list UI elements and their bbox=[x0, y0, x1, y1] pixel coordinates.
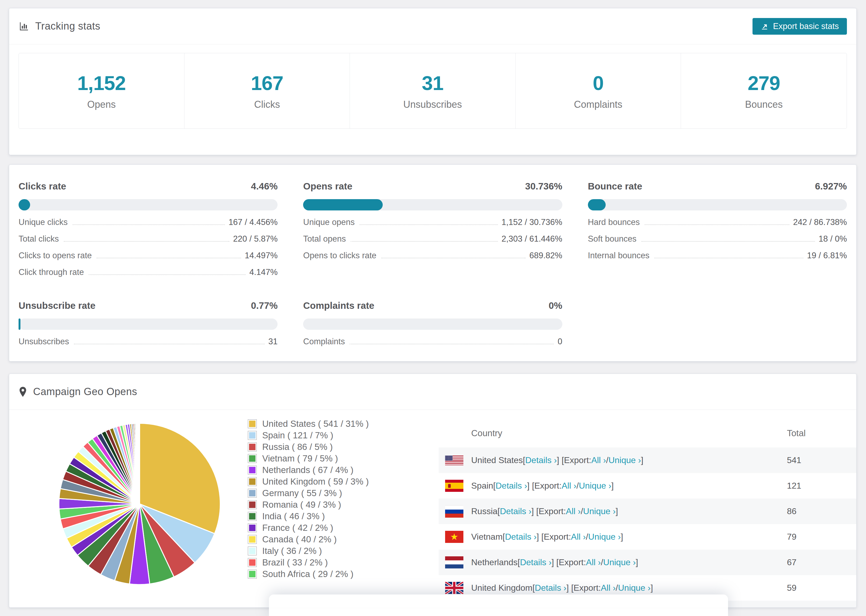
legend-item-russia[interactable]: Russia ( 86 / 5% ) bbox=[248, 441, 369, 453]
rate-block-opens: Opens rate30.736%Unique opens1,152 / 30.… bbox=[303, 171, 562, 277]
legend-swatch bbox=[248, 477, 257, 486]
legend-label: Germany ( 55 / 3% ) bbox=[262, 488, 342, 498]
legend-item-france[interactable]: France ( 42 / 2% ) bbox=[248, 522, 369, 533]
export-unique-link[interactable]: Unique › bbox=[618, 583, 650, 593]
rate-row-label: Hard bounces bbox=[588, 217, 640, 227]
legend-item-germany[interactable]: Germany ( 55 / 3% ) bbox=[248, 487, 369, 499]
export-unique-link[interactable]: Unique › bbox=[603, 558, 636, 567]
legend-label: Romania ( 49 / 3% ) bbox=[262, 500, 341, 510]
legend-item-spain[interactable]: Spain ( 121 / 7% ) bbox=[248, 429, 369, 441]
country-cell: United States [Details ›] [Export: All ›… bbox=[471, 448, 643, 473]
details-link[interactable]: Details › bbox=[520, 558, 551, 567]
bracket: ] [ bbox=[531, 506, 539, 516]
slash-separator: / bbox=[586, 532, 588, 542]
legend-item-romania[interactable]: Romania ( 49 / 3% ) bbox=[248, 499, 369, 511]
total-cell: 541 bbox=[787, 448, 801, 473]
details-link[interactable]: Details › bbox=[500, 506, 531, 516]
legend-swatch-color bbox=[249, 444, 255, 450]
rate-row-value: 4.147% bbox=[249, 267, 277, 277]
export-unique-link[interactable]: Unique › bbox=[588, 532, 621, 542]
country-cell: Spain [Details ›] [Export: All › / Uniqu… bbox=[471, 473, 614, 498]
details-link[interactable]: Details › bbox=[535, 583, 567, 593]
rate-value: 6.927% bbox=[815, 181, 847, 192]
geo-header: Campaign Geo Opens bbox=[9, 374, 856, 410]
rate-row: Unique opens1,152 / 30.736% bbox=[303, 217, 562, 227]
stat-label: Complaints bbox=[574, 99, 622, 110]
export-all-link[interactable]: All › bbox=[566, 506, 581, 516]
legend-item-netherlands[interactable]: Netherlands ( 67 / 4% ) bbox=[248, 464, 369, 476]
table-row-nl: Netherlands [Details ›] [Export: All › /… bbox=[439, 550, 856, 575]
legend-swatch-color bbox=[249, 478, 255, 485]
rate-rows: Unsubscribes31 bbox=[19, 337, 277, 346]
export-all-link[interactable]: All › bbox=[586, 558, 601, 567]
rate-row-label: Total clicks bbox=[19, 234, 59, 244]
export-prefix: Export: bbox=[574, 583, 601, 593]
flag-gb bbox=[445, 582, 463, 594]
legend-item-brazil[interactable]: Brazil ( 33 / 2% ) bbox=[248, 556, 369, 568]
export-all-link[interactable]: All › bbox=[591, 455, 606, 465]
map-pin-icon bbox=[19, 386, 27, 398]
rate-row-label: Opens to clicks rate bbox=[303, 251, 376, 261]
rate-block-unsubscribe: Unsubscribe rate0.77%Unsubscribes31 bbox=[19, 290, 277, 346]
flag-cell bbox=[445, 498, 464, 524]
legend-item-south-africa[interactable]: South Africa ( 29 / 2% ) bbox=[248, 568, 369, 580]
rate-title: Unsubscribe rate bbox=[19, 300, 96, 311]
export-unique-link[interactable]: Unique › bbox=[579, 481, 611, 491]
export-basic-stats-button[interactable]: Export basic stats bbox=[753, 18, 847, 35]
details-link[interactable]: Details › bbox=[525, 455, 557, 465]
country-name: Netherlands bbox=[471, 558, 518, 567]
rate-row-value: 18 / 0% bbox=[819, 234, 847, 244]
details-link[interactable]: Details › bbox=[496, 481, 527, 491]
legend-label: Vietnam ( 79 / 5% ) bbox=[262, 453, 338, 464]
stat-value: 0 bbox=[593, 72, 603, 94]
rate-row: Total opens2,303 / 61.446% bbox=[303, 234, 562, 244]
table-row-us: United States [Details ›] [Export: All ›… bbox=[439, 448, 856, 473]
legend-swatch bbox=[248, 546, 257, 556]
bar-chart-icon bbox=[19, 21, 29, 32]
export-prefix: Export: bbox=[559, 558, 586, 567]
legend-item-india[interactable]: India ( 46 / 3% ) bbox=[248, 511, 369, 522]
legend-item-united-kingdom[interactable]: United Kingdom ( 59 / 3% ) bbox=[248, 476, 369, 487]
legend-item-united-states[interactable]: United States ( 541 / 31% ) bbox=[248, 418, 369, 429]
slash-separator: / bbox=[581, 506, 583, 516]
rate-row: Hard bounces242 / 86.738% bbox=[588, 217, 847, 227]
rate-title: Clicks rate bbox=[19, 181, 66, 192]
details-link[interactable]: Details › bbox=[505, 532, 537, 542]
table-row-vn: ★Vietnam [Details ›] [Export: All › / Un… bbox=[439, 524, 856, 550]
legend-item-canada[interactable]: Canada ( 40 / 2% ) bbox=[248, 533, 369, 545]
export-all-link[interactable]: All › bbox=[562, 481, 576, 491]
rate-row: Unsubscribes31 bbox=[19, 337, 277, 346]
export-unique-link[interactable]: Unique › bbox=[583, 506, 616, 516]
legend-item-italy[interactable]: Italy ( 36 / 2% ) bbox=[248, 545, 369, 556]
rate-row: Total clicks220 / 5.87% bbox=[19, 234, 277, 244]
bottom-overlay bbox=[269, 594, 728, 616]
rate-row-label: Click through rate bbox=[19, 267, 84, 277]
total-cell: 86 bbox=[787, 498, 797, 524]
bracket: [ bbox=[503, 532, 505, 542]
rate-title: Opens rate bbox=[303, 181, 352, 192]
rate-rows: Unique clicks167 / 4.456%Total clicks220… bbox=[19, 217, 277, 277]
legend-item-vietnam[interactable]: Vietnam ( 79 / 5% ) bbox=[248, 453, 369, 464]
geo-title: Campaign Geo Opens bbox=[33, 386, 137, 398]
rate-row-value: 242 / 86.738% bbox=[793, 217, 847, 227]
legend-swatch-color bbox=[249, 490, 255, 497]
export-all-link[interactable]: All › bbox=[601, 583, 616, 593]
export-unique-link[interactable]: Unique › bbox=[608, 455, 641, 465]
flag-nl bbox=[445, 556, 463, 569]
bracket: ] [ bbox=[557, 455, 564, 465]
country-cell: Vietnam [Details ›] [Export: All › / Uni… bbox=[471, 524, 623, 550]
legend-swatch-color bbox=[249, 432, 255, 438]
rate-progress-fill bbox=[19, 199, 30, 211]
total-column-header: Total bbox=[787, 428, 806, 438]
table-row-ru: Russia [Details ›] [Export: All › / Uniq… bbox=[439, 498, 856, 524]
rate-progress-bar bbox=[303, 199, 562, 211]
export-all-link[interactable]: All › bbox=[571, 532, 586, 542]
legend-swatch bbox=[248, 419, 257, 428]
export-icon bbox=[761, 22, 768, 30]
rate-row-label: Clicks to opens rate bbox=[19, 251, 92, 261]
legend-label: South Africa ( 29 / 2% ) bbox=[262, 569, 353, 579]
rate-row: Complaints0 bbox=[303, 337, 562, 346]
table-row-es: Spain [Details ›] [Export: All › / Uniqu… bbox=[439, 473, 856, 498]
us-canton bbox=[445, 456, 453, 461]
flag-vn: ★ bbox=[445, 531, 463, 543]
